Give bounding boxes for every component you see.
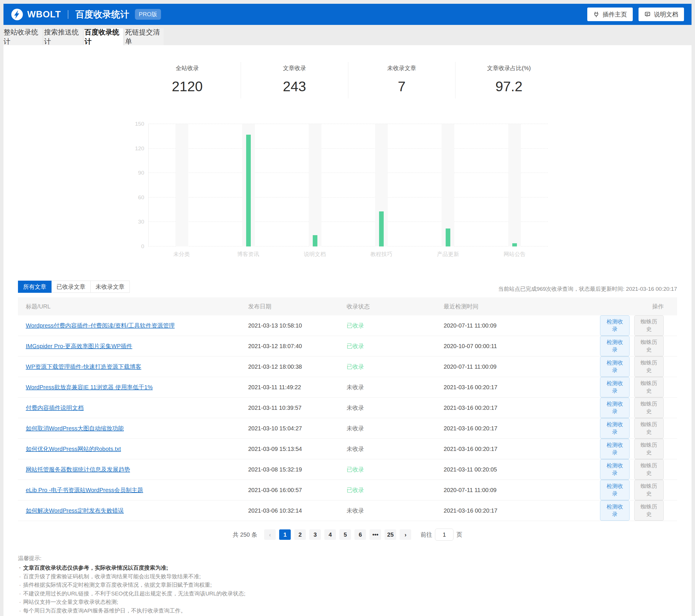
check-index-button[interactable]: 检测收录 bbox=[600, 439, 630, 459]
chart-category-column bbox=[348, 124, 415, 247]
note-item: 不建议使用过长的URL链接，不利于SEO优化且超出规定长度，无法查询该URL的收… bbox=[18, 589, 677, 598]
page-1[interactable]: 1 bbox=[279, 529, 291, 540]
notes-title: 温馨提示: bbox=[18, 554, 677, 562]
post-link[interactable]: 如何优化WordPress网站的Robots.txt bbox=[26, 446, 121, 452]
publish-date: 2021-03-09 15:13:54 bbox=[248, 446, 346, 452]
post-link[interactable]: 网站托管服务器数据统计信息及发展趋势 bbox=[26, 466, 130, 473]
x-tick: 产品更新 bbox=[415, 250, 481, 258]
spider-history-button[interactable]: 蜘蛛历史 bbox=[634, 356, 664, 377]
last-checked: 2021-03-16 00:20:17 bbox=[444, 425, 600, 432]
chart-hover-band bbox=[442, 124, 454, 247]
query-status-line: 当前站点已完成969次收录查询，状态最后更新时间: 2021-03-16 00:… bbox=[498, 285, 677, 293]
x-tick: 博客资讯 bbox=[215, 250, 282, 258]
page-6[interactable]: 6 bbox=[354, 529, 366, 540]
stat-posts-indexed: 文章收录 243 bbox=[241, 62, 348, 98]
tab-search-push-stats[interactable]: 搜索推送统计 bbox=[44, 28, 83, 45]
check-index-button[interactable]: 检测收录 bbox=[600, 377, 630, 397]
filter-group: 所有文章 已收录文章 未收录文章 bbox=[18, 281, 130, 293]
post-link[interactable]: IMGspider Pro-更高效率图片采集WP插件 bbox=[26, 343, 132, 349]
x-tick: 说明文档 bbox=[282, 250, 348, 258]
chart-bar[interactable] bbox=[379, 212, 384, 247]
pagination: 共 250 条 ‹ 1 2 3 4 5 6 ••• 25 › 前往 页 bbox=[18, 529, 677, 541]
page-5[interactable]: 5 bbox=[339, 529, 351, 540]
post-link[interactable]: 付费内容插件说明文档 bbox=[26, 404, 84, 411]
check-index-button[interactable]: 检测收录 bbox=[600, 459, 630, 480]
page-2[interactable]: 2 bbox=[294, 529, 306, 540]
next-page-icon[interactable]: › bbox=[400, 529, 411, 540]
posts-table: 标题/URL 发布日期 收录状态 最近检测时间 操作 Wordpress付费内容… bbox=[18, 297, 677, 521]
spider-history-button[interactable]: 蜘蛛历史 bbox=[634, 459, 664, 480]
last-checked: 2020-10-07 00:00:11 bbox=[444, 343, 600, 350]
spider-history-button[interactable]: 蜘蛛历史 bbox=[634, 418, 664, 438]
chart-bar[interactable] bbox=[313, 235, 317, 247]
more-pages-icon[interactable]: ••• bbox=[370, 529, 381, 540]
list-toolbar: 所有文章 已收录文章 未收录文章 当前站点已完成969次收录查询，状态最后更新时… bbox=[18, 281, 677, 293]
spider-history-button[interactable]: 蜘蛛历史 bbox=[634, 480, 664, 500]
index-status: 已收录 bbox=[346, 486, 444, 494]
check-index-button[interactable]: 检测收录 bbox=[600, 500, 630, 521]
note-item: 插件根据实际情况不定时检测文章百度收录情况，依据文章新旧赋予查询权重; bbox=[18, 581, 677, 589]
last-checked: 2021-03-11 00:20:05 bbox=[444, 466, 600, 473]
y-tick: 90 bbox=[138, 170, 144, 176]
index-status: 已收录 bbox=[346, 466, 444, 473]
goto-page-input[interactable] bbox=[435, 529, 454, 541]
docs-button[interactable]: 说明文档 bbox=[639, 7, 684, 21]
plug-icon bbox=[593, 11, 599, 18]
y-tick: 120 bbox=[135, 145, 144, 152]
check-index-button[interactable]: 检测收录 bbox=[600, 356, 630, 377]
table-row: eLib Pro -电子书资源站WordPress会员制主题 2021-03-0… bbox=[18, 480, 677, 500]
prev-page-icon[interactable]: ‹ bbox=[264, 529, 276, 540]
spider-history-button[interactable]: 蜘蛛历史 bbox=[634, 500, 664, 521]
spider-history-button[interactable]: 蜘蛛历史 bbox=[634, 377, 664, 397]
post-link[interactable]: WordPress欲放弃兼容IE 11浏览器 使用率低于1% bbox=[26, 384, 153, 390]
publish-date: 2021-03-12 18:00:38 bbox=[248, 364, 346, 370]
page-3[interactable]: 3 bbox=[309, 529, 321, 540]
x-tick: 教程技巧 bbox=[348, 250, 415, 258]
plugin-home-label: 插件主页 bbox=[603, 11, 627, 18]
docs-label: 说明文档 bbox=[654, 11, 678, 18]
check-index-button[interactable]: 检测收录 bbox=[600, 418, 630, 438]
post-link[interactable]: WP资源下载管理插件-快速打造资源下载博客 bbox=[26, 364, 141, 370]
spider-history-button[interactable]: 蜘蛛历史 bbox=[634, 315, 664, 336]
publish-date: 2021-03-11 10:39:57 bbox=[248, 404, 346, 411]
chart-bar[interactable] bbox=[246, 135, 251, 247]
page-25[interactable]: 25 bbox=[385, 529, 396, 540]
tab-dead-link-list[interactable]: 死链提交清单 bbox=[125, 28, 164, 45]
post-link[interactable]: 如何取消WordPress大图自动缩放功能 bbox=[26, 425, 124, 432]
tab-site-index-stats[interactable]: 整站收录统计 bbox=[3, 28, 42, 45]
filter-not-indexed-posts[interactable]: 未收录文章 bbox=[91, 281, 130, 293]
post-link[interactable]: Wordpress付费内容插件-付费阅读/资料/工具软件资源管理 bbox=[26, 322, 175, 329]
stat-label: 文章收录 bbox=[241, 64, 348, 72]
stat-label: 文章收录占比(%) bbox=[456, 64, 562, 72]
goto-suffix: 页 bbox=[456, 531, 462, 539]
filter-all-posts[interactable]: 所有文章 bbox=[18, 281, 52, 293]
chart-bar[interactable] bbox=[446, 229, 450, 247]
stat-index-ratio: 文章收录占比(%) 97.2 bbox=[456, 62, 562, 98]
index-by-category-chart: 150 120 90 60 30 0 bbox=[129, 124, 552, 258]
plot-area bbox=[148, 124, 548, 247]
table-header: 标题/URL 发布日期 收录状态 最近检测时间 操作 bbox=[18, 297, 677, 315]
post-link[interactable]: 如何解决WordPress定时发布失败错误 bbox=[26, 507, 124, 514]
stats-row: 全站收录 2120 文章收录 243 未收录文章 7 文章收录占比(%) 97.… bbox=[134, 45, 562, 98]
page-4[interactable]: 4 bbox=[324, 529, 336, 540]
check-index-button[interactable]: 检测收录 bbox=[600, 398, 630, 418]
spider-history-button[interactable]: 蜘蛛历史 bbox=[634, 336, 664, 356]
check-index-button[interactable]: 检测收录 bbox=[600, 480, 630, 500]
plugin-home-button[interactable]: 插件主页 bbox=[587, 7, 633, 21]
spider-history-button[interactable]: 蜘蛛历史 bbox=[634, 398, 664, 418]
chart-category-column bbox=[149, 124, 215, 247]
stat-posts-not-indexed: 未收录文章 7 bbox=[349, 62, 456, 98]
brand-name: WBOLT bbox=[27, 9, 61, 20]
filter-indexed-posts[interactable]: 已收录文章 bbox=[52, 281, 91, 293]
spider-history-button[interactable]: 蜘蛛历史 bbox=[634, 439, 664, 459]
check-index-button[interactable]: 检测收录 bbox=[600, 336, 630, 356]
chart-bar[interactable] bbox=[512, 243, 517, 247]
page-title: 百度收录统计 bbox=[75, 9, 129, 20]
col-actions: 操作 bbox=[600, 303, 677, 311]
publish-date: 2021-03-12 18:07:40 bbox=[248, 343, 346, 350]
pro-badge: PRO版 bbox=[135, 9, 161, 20]
post-link[interactable]: eLib Pro -电子书资源站WordPress会员制主题 bbox=[26, 487, 143, 493]
tab-baidu-index-stats[interactable]: 百度收录统计 bbox=[85, 28, 123, 45]
topbar: WBOLT 百度收录统计 PRO版 插件主页 说明文档 bbox=[3, 4, 692, 25]
check-index-button[interactable]: 检测收录 bbox=[600, 315, 630, 336]
